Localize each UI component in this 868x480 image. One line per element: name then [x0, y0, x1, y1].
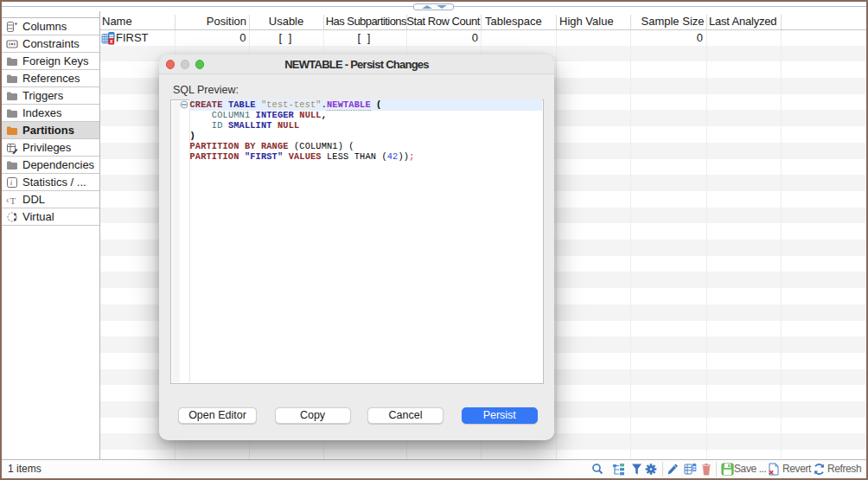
svg-text:‹: ‹ [6, 195, 9, 204]
svg-text:x: x [110, 38, 113, 44]
svg-text:T: T [10, 195, 16, 205]
